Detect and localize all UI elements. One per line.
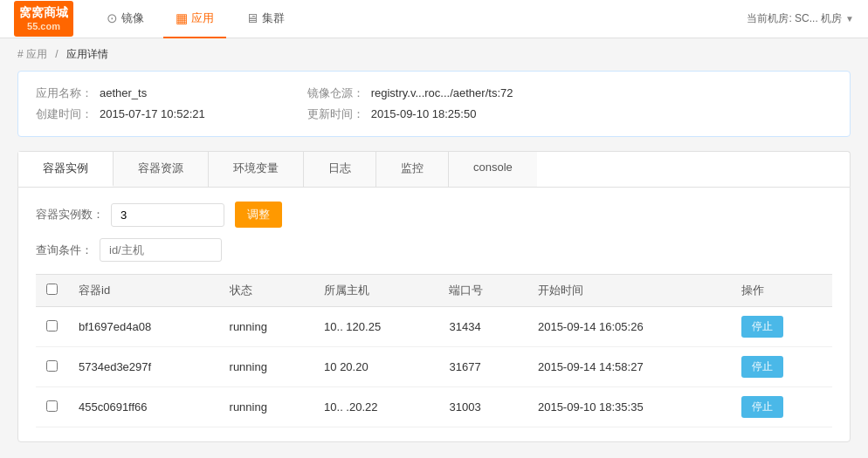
- top-nav: 窝窝商城 55.com ⊙ 镜像 ▦ 应用 🖥 集群 当前机房: SC... 机…: [0, 0, 868, 38]
- info-create-row: 创建时间： 2015-07-17 10:52:21: [36, 106, 290, 122]
- cell-action-2: 停止: [731, 387, 832, 427]
- table-header-row: 容器id 状态 所属主机 端口号 开始时间 操作: [36, 275, 832, 307]
- cell-start-time-2: 2015-09-10 18:35:35: [527, 387, 731, 427]
- nav-item-app[interactable]: ▦ 应用: [163, 0, 226, 38]
- instance-count-group: 容器实例数：: [36, 203, 224, 227]
- col-start-time: 开始时间: [527, 275, 731, 307]
- nav-label-mirror: 镜像: [121, 10, 144, 26]
- info-empty-row: [578, 85, 832, 101]
- cell-host-1: 10 20.20: [313, 347, 438, 387]
- col-status: 状态: [219, 275, 314, 307]
- info-grid: 应用名称： aether_ts 镜像仓源： registry.v...roc..…: [36, 85, 832, 122]
- tab-env[interactable]: 环境变量: [209, 152, 304, 187]
- table-row: 5734ed3e297f running 10 20.20 31677 2015…: [36, 347, 832, 387]
- instance-count-input[interactable]: [111, 203, 224, 227]
- tab-bar: 容器实例 容器资源 环境变量 日志 监控 console: [17, 151, 851, 187]
- info-update-value: 2015-09-10 18:25:50: [371, 107, 477, 120]
- stop-button-1[interactable]: 停止: [741, 356, 783, 378]
- tab-content: 容器实例数： 调整 查询条件： 容器id 状态 所属主机 端口号: [17, 187, 851, 442]
- nav-label-app: 应用: [191, 10, 214, 26]
- info-create-label: 创建时间：: [36, 106, 93, 122]
- cell-host-2: 10.. .20.22: [313, 387, 438, 427]
- app-icon: ▦: [176, 10, 188, 26]
- info-repo-value: registry.v...roc.../aether/ts:72: [371, 86, 513, 99]
- cell-host-0: 10.. 120.25: [313, 307, 438, 347]
- container-table: 容器id 状态 所属主机 端口号 开始时间 操作 bf1697ed4a08 ru…: [36, 274, 832, 427]
- info-create-value: 2015-07-17 10:52:21: [100, 107, 205, 120]
- adjust-button[interactable]: 调整: [235, 202, 282, 228]
- cluster-icon: 🖥: [245, 10, 258, 25]
- col-port: 端口号: [438, 275, 527, 307]
- select-all-checkbox[interactable]: [46, 284, 58, 295]
- controls-row: 容器实例数： 调整: [36, 202, 832, 228]
- instance-count-label: 容器实例数：: [36, 207, 104, 222]
- tab-container-instance[interactable]: 容器实例: [18, 152, 114, 187]
- cell-action-0: 停止: [731, 307, 832, 347]
- cell-port-2: 31003: [438, 387, 527, 427]
- nav-label-cluster: 集群: [262, 10, 285, 26]
- cell-container-id-0: bf1697ed4a08: [68, 307, 219, 347]
- col-checkbox: [36, 275, 68, 307]
- logo-line2: 55.com: [19, 20, 68, 32]
- col-host: 所属主机: [313, 275, 438, 307]
- cell-status-2: running: [219, 387, 314, 427]
- breadcrumb-current: 应用详情: [66, 48, 108, 60]
- cell-container-id-1: 5734ed3e297f: [68, 347, 219, 387]
- stop-button-2[interactable]: 停止: [741, 396, 783, 418]
- tab-monitor[interactable]: 监控: [376, 152, 449, 187]
- breadcrumb-sep: /: [55, 48, 58, 60]
- cell-status-1: running: [219, 347, 314, 387]
- machine-info: 当前机房: SC... 机房: [747, 11, 842, 26]
- tab-log[interactable]: 日志: [304, 152, 376, 187]
- cell-action-1: 停止: [731, 347, 832, 387]
- nav-item-mirror[interactable]: ⊙ 镜像: [94, 0, 156, 38]
- info-update-label: 更新时间：: [307, 106, 364, 122]
- filter-label: 查询条件：: [36, 243, 93, 258]
- row-checkbox-1[interactable]: [46, 360, 58, 372]
- tab-container-resource[interactable]: 容器资源: [114, 152, 209, 187]
- table-row: 455c0691ff66 running 10.. .20.22 31003 2…: [36, 387, 832, 427]
- logo-line1: 窝窝商城: [19, 4, 68, 20]
- row-checkbox-cell-2: [36, 387, 68, 427]
- cell-start-time-0: 2015-09-14 16:05:26: [527, 307, 731, 347]
- row-checkbox-2[interactable]: [46, 400, 58, 412]
- tab-console[interactable]: console: [449, 152, 537, 187]
- cell-container-id-2: 455c0691ff66: [68, 387, 219, 427]
- row-checkbox-0[interactable]: [46, 320, 58, 332]
- info-name-row: 应用名称： aether_ts: [36, 85, 290, 101]
- filter-input[interactable]: [100, 238, 222, 262]
- table-row: bf1697ed4a08 running 10.. 120.25 31434 2…: [36, 307, 832, 347]
- col-container-id: 容器id: [68, 275, 219, 307]
- info-name-label: 应用名称：: [36, 85, 93, 101]
- nav-items: ⊙ 镜像 ▦ 应用 🖥 集群: [94, 0, 747, 38]
- dropdown-icon[interactable]: ▼: [845, 14, 854, 24]
- info-name-value: aether_ts: [100, 86, 147, 99]
- filter-row: 查询条件：: [36, 238, 832, 262]
- main-content: 应用名称： aether_ts 镜像仓源： registry.v...roc..…: [0, 71, 868, 458]
- info-repo-label: 镜像仓源：: [307, 85, 364, 101]
- cell-port-0: 31434: [438, 307, 527, 347]
- logo: 窝窝商城 55.com: [14, 1, 73, 36]
- cell-port-1: 31677: [438, 347, 527, 387]
- app-info-card: 应用名称： aether_ts 镜像仓源： registry.v...roc..…: [17, 71, 851, 137]
- info-repo-row: 镜像仓源： registry.v...roc.../aether/ts:72: [307, 85, 561, 101]
- info-update-row: 更新时间： 2015-09-10 18:25:50: [307, 106, 561, 122]
- stop-button-0[interactable]: 停止: [741, 316, 783, 338]
- mirror-icon: ⊙: [107, 10, 118, 26]
- breadcrumb-parent[interactable]: # 应用: [17, 48, 47, 60]
- top-right-info: 当前机房: SC... 机房 ▼: [747, 11, 854, 26]
- nav-item-cluster[interactable]: 🖥 集群: [233, 0, 297, 38]
- row-checkbox-cell-0: [36, 307, 68, 347]
- row-checkbox-cell-1: [36, 347, 68, 387]
- breadcrumb: # 应用 / 应用详情: [0, 38, 868, 71]
- cell-start-time-1: 2015-09-14 14:58:27: [527, 347, 731, 387]
- col-action: 操作: [731, 275, 832, 307]
- cell-status-0: running: [219, 307, 314, 347]
